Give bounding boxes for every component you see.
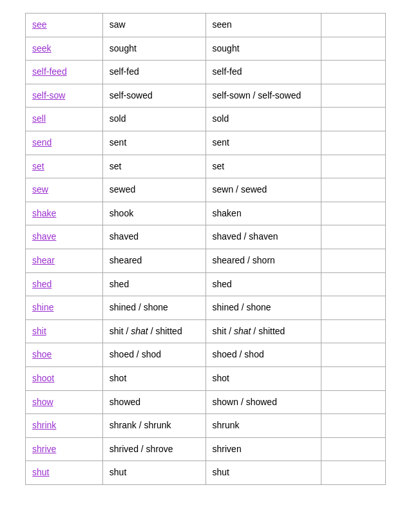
past-simple-cell: shrank / shrunk xyxy=(102,414,206,438)
table-row: shootshotshot xyxy=(26,366,386,390)
past-simple-cell: shed xyxy=(102,272,206,296)
verb-link[interactable]: shrink xyxy=(32,420,56,430)
verb-link[interactable]: set xyxy=(32,161,44,171)
past-simple-cell: self-fed xyxy=(102,61,206,84)
note-cell xyxy=(321,343,386,367)
table-row: showshowedshown / showed xyxy=(26,390,386,414)
verb-link[interactable]: shave xyxy=(32,231,56,242)
table-row: shearshearedsheared / shorn xyxy=(26,249,386,272)
base-form-cell: shrive xyxy=(26,437,103,461)
note-cell xyxy=(321,108,386,131)
verb-link[interactable]: shear xyxy=(32,255,55,265)
past-participle-cell: sought xyxy=(206,37,321,61)
past-participle-cell: shrunk xyxy=(206,414,321,438)
note-cell xyxy=(321,37,386,61)
base-form-cell: shit xyxy=(26,319,103,343)
base-form-cell: shave xyxy=(26,225,103,249)
verb-link[interactable]: send xyxy=(32,137,52,147)
note-cell xyxy=(321,461,386,485)
verb-link[interactable]: shoe xyxy=(32,349,52,359)
past-participle-cell: shed xyxy=(206,272,321,296)
verb-link[interactable]: shine xyxy=(32,302,53,312)
verb-link[interactable]: self-sow xyxy=(32,90,65,100)
past-participle-cell: sewn / sewed xyxy=(206,178,321,202)
past-participle-cell: set xyxy=(206,155,321,178)
table-row: sellsoldsold xyxy=(26,108,386,131)
note-cell xyxy=(321,296,386,320)
table-row: seesawseen xyxy=(26,14,386,37)
base-form-cell: shrink xyxy=(26,414,103,438)
past-participle-cell: self-sown / self-sowed xyxy=(206,84,321,108)
past-participle-cell: self-fed xyxy=(206,61,321,84)
verb-link[interactable]: sell xyxy=(32,113,46,124)
note-cell xyxy=(321,155,386,178)
past-participle-cell: shown / showed xyxy=(206,390,321,414)
note-cell xyxy=(321,61,386,84)
base-form-cell: shear xyxy=(26,249,103,272)
verb-link[interactable]: shit xyxy=(32,326,46,336)
verb-link[interactable]: shed xyxy=(32,279,52,289)
past-simple-cell: saw xyxy=(102,14,206,37)
base-form-cell: shake xyxy=(26,202,103,225)
past-simple-cell: shoed / shod xyxy=(102,343,206,367)
verb-link[interactable]: shut xyxy=(32,467,49,477)
base-form-cell: shoot xyxy=(26,366,103,390)
note-cell xyxy=(321,202,386,225)
note-cell xyxy=(321,84,386,108)
verb-link[interactable]: seek xyxy=(32,43,52,53)
past-simple-cell: sent xyxy=(102,131,206,155)
past-simple-cell: shaved xyxy=(102,225,206,249)
past-participle-cell: shriven xyxy=(206,437,321,461)
base-form-cell: shed xyxy=(26,272,103,296)
verb-link[interactable]: shoot xyxy=(32,373,54,383)
table-row: shrinkshrank / shrunkshrunk xyxy=(26,414,386,438)
note-cell xyxy=(321,131,386,155)
note-cell xyxy=(321,366,386,390)
past-simple-cell: sheared xyxy=(102,249,206,272)
table-row: sendsentsent xyxy=(26,131,386,155)
base-form-cell: seek xyxy=(26,37,103,61)
note-cell xyxy=(321,249,386,272)
verb-link[interactable]: shrive xyxy=(32,444,56,454)
base-form-cell: send xyxy=(26,131,103,155)
verb-link[interactable]: see xyxy=(32,19,47,30)
verb-link[interactable]: self-feed xyxy=(32,66,67,77)
note-cell xyxy=(321,14,386,37)
verb-link[interactable]: sew xyxy=(32,184,48,195)
verb-link[interactable]: show xyxy=(32,397,53,407)
past-simple-cell: sold xyxy=(102,108,206,131)
base-form-cell: sew xyxy=(26,178,103,202)
past-simple-cell: shined / shone xyxy=(102,296,206,320)
table-row: self-sowself-sowedself-sown / self-sowed xyxy=(26,84,386,108)
verb-link[interactable]: shake xyxy=(32,208,56,218)
table-row: setsetset xyxy=(26,155,386,178)
note-cell xyxy=(321,390,386,414)
table-row: shedshedshed xyxy=(26,272,386,296)
past-participle-cell: shoed / shod xyxy=(206,343,321,367)
past-simple-cell: shook xyxy=(102,202,206,225)
past-participle-cell: seen xyxy=(206,14,321,37)
table-row: seeksoughtsought xyxy=(26,37,386,61)
past-participle-cell: sold xyxy=(206,108,321,131)
table-row: shakeshookshaken xyxy=(26,202,386,225)
past-participle-cell: shaved / shaven xyxy=(206,225,321,249)
base-form-cell: set xyxy=(26,155,103,178)
base-form-cell: self-sow xyxy=(26,84,103,108)
past-simple-cell: shrived / shrove xyxy=(102,437,206,461)
note-cell xyxy=(321,437,386,461)
base-form-cell: sell xyxy=(26,108,103,131)
past-simple-cell: sewed xyxy=(102,178,206,202)
past-participle-cell: shot xyxy=(206,366,321,390)
past-participle-cell: shut xyxy=(206,461,321,485)
past-simple-cell: shut xyxy=(102,461,206,485)
past-participle-cell: shit / shat / shitted xyxy=(206,319,321,343)
past-simple-cell: sought xyxy=(102,37,206,61)
note-cell xyxy=(321,414,386,438)
irregular-verbs-table: seesawseenseeksoughtsoughtself-feedself-… xyxy=(25,13,386,485)
table-row: sewsewedsewn / sewed xyxy=(26,178,386,202)
past-simple-cell: set xyxy=(102,155,206,178)
past-participle-cell: sent xyxy=(206,131,321,155)
table-row: self-feedself-fedself-fed xyxy=(26,61,386,84)
base-form-cell: show xyxy=(26,390,103,414)
table-row: shutshutshut xyxy=(26,461,386,485)
